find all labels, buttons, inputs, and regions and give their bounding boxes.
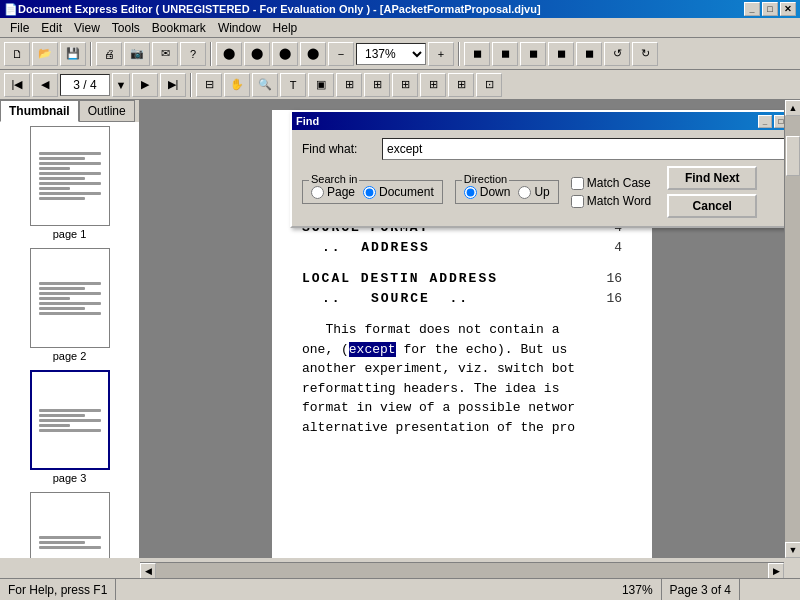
nav-btn-2[interactable]: ⬤ [244,42,270,66]
checkboxes-group: Match Case Match Word [571,176,651,208]
view-btn-7[interactable]: ⊡ [476,73,502,97]
menu-edit[interactable]: Edit [35,19,68,37]
open-button[interactable]: 📂 [32,42,58,66]
find-maximize-button[interactable]: □ [774,115,784,128]
toolbar-main: 🗋 📂 💾 🖨 📷 ✉ ? ⬤ ⬤ ⬤ ⬤ − 137% 100% 75% 50… [0,38,800,70]
view-btn-5[interactable]: ⊞ [420,73,446,97]
separator-1 [90,42,92,66]
page-input[interactable] [60,74,110,96]
match-word-label[interactable]: Match Word [571,194,651,208]
thumbnail-label-1: page 1 [53,228,87,240]
tool-btn-2[interactable]: ◼ [492,42,518,66]
hand-tool[interactable]: ✋ [224,73,250,97]
sidebar-tabs: Thumbnail Outline [0,100,139,122]
menu-view[interactable]: View [68,19,106,37]
cancel-button[interactable]: Cancel [667,194,757,218]
last-page-button[interactable]: ▶| [160,73,186,97]
first-page-button[interactable]: |◀ [4,73,30,97]
search-in-radios: Page Document [311,185,434,199]
view-btn-3[interactable]: ⊞ [364,73,390,97]
horizontal-scrollbar[interactable]: ◀ ▶ [140,562,784,578]
menu-bookmark[interactable]: Bookmark [146,19,212,37]
print-button[interactable]: 🖨 [96,42,122,66]
scroll-thumb[interactable] [786,136,800,176]
menu-window[interactable]: Window [212,19,267,37]
thumbnail-label-3: page 3 [53,472,87,484]
linenum-local-destin: 16 [606,269,622,289]
nav-btn-3[interactable]: ⬤ [272,42,298,66]
maximize-button[interactable]: □ [762,2,778,16]
menu-help[interactable]: Help [267,19,304,37]
match-case-checkbox[interactable] [571,177,584,190]
paragraph-1: This format does not contain a [302,320,622,340]
tab-outline[interactable]: Outline [79,100,135,122]
nav-btn-4[interactable]: ⬤ [300,42,326,66]
text-tool[interactable]: T [280,73,306,97]
close-button[interactable]: ✕ [780,2,796,16]
vertical-scrollbar[interactable]: ▲ ▼ [784,100,800,558]
thumbnail-panel[interactable]: page 1 page 2 [0,122,139,558]
menu-tools[interactable]: Tools [106,19,146,37]
zoom-in-button[interactable]: + [428,42,454,66]
minimize-button[interactable]: _ [744,2,760,16]
tab-thumbnail[interactable]: Thumbnail [0,100,79,122]
text-para1-start: This format does not contain a [302,322,559,337]
tool-btn-1[interactable]: ◼ [464,42,490,66]
hscroll-track[interactable] [156,563,768,578]
menu-file[interactable]: File [4,19,35,37]
search-in-group: Search in Page Document [302,180,443,204]
new-button[interactable]: 🗋 [4,42,30,66]
thumbnail-page4[interactable]: page 4 [4,492,135,558]
magnify-tool[interactable]: 🔍 [252,73,278,97]
text-address2: .. ADDRESS [302,238,614,258]
text-highlight-except: except [349,342,396,357]
thumbnail-page3[interactable]: page 3 [4,370,135,484]
tool-btn-4[interactable]: ◼ [548,42,574,66]
content-area[interactable]: Find _ □ ✕ Find what: Search in [140,100,784,558]
view-btn-4[interactable]: ⊞ [392,73,418,97]
page-radio[interactable] [311,186,324,199]
down-radio[interactable] [464,186,477,199]
text-para2-end: for the echo). But us [396,342,568,357]
status-bar: For Help, press F1 137% Page 3 of 4 [0,578,800,600]
thumbnail-page1[interactable]: page 1 [4,126,135,240]
email-button[interactable]: ✉ [152,42,178,66]
help-button[interactable]: ? [180,42,206,66]
prev-page-button[interactable]: ◀ [32,73,58,97]
view-btn-2[interactable]: ⊞ [336,73,362,97]
scroll-down-button[interactable]: ▼ [785,542,800,558]
match-word-checkbox[interactable] [571,195,584,208]
document-radio-label[interactable]: Document [363,185,434,199]
match-case-label[interactable]: Match Case [571,176,651,190]
down-radio-label[interactable]: Down [464,185,511,199]
scroll-up-button[interactable]: ▲ [785,100,800,116]
text-para3: another experiment, viz. switch bot [302,361,575,376]
document-radio[interactable] [363,186,376,199]
select-tool[interactable]: ▣ [308,73,334,97]
app-icon: 📄 [4,3,18,16]
thumbnail-page2[interactable]: page 2 [4,248,135,362]
nav-btn-1[interactable]: ⬤ [216,42,242,66]
page-dropdown[interactable]: ▼ [112,73,130,97]
view-btn-6[interactable]: ⊞ [448,73,474,97]
tool-btn-5[interactable]: ◼ [576,42,602,66]
find-minimize-button[interactable]: _ [758,115,772,128]
page-radio-label[interactable]: Page [311,185,355,199]
save-button[interactable]: 💾 [60,42,86,66]
tool-btn-3[interactable]: ◼ [520,42,546,66]
up-radio[interactable] [518,186,531,199]
find-next-button[interactable]: Find Next [667,166,757,190]
next-page-button[interactable]: ▶ [132,73,158,97]
zoom-select[interactable]: 137% 100% 75% 50% [356,43,426,65]
scroll-track[interactable] [785,116,800,542]
scroll-right-button[interactable]: ▶ [768,563,784,579]
rotate-right-button[interactable]: ↻ [632,42,658,66]
scan-button[interactable]: 📷 [124,42,150,66]
up-radio-label[interactable]: Up [518,185,549,199]
zoom-out-button[interactable]: − [328,42,354,66]
find-input[interactable] [382,138,784,160]
scroll-left-button[interactable]: ◀ [140,563,156,579]
view-btn-1[interactable]: ⊟ [196,73,222,97]
rotate-left-button[interactable]: ↺ [604,42,630,66]
paragraph-5: format in view of a possible networ [302,398,622,418]
